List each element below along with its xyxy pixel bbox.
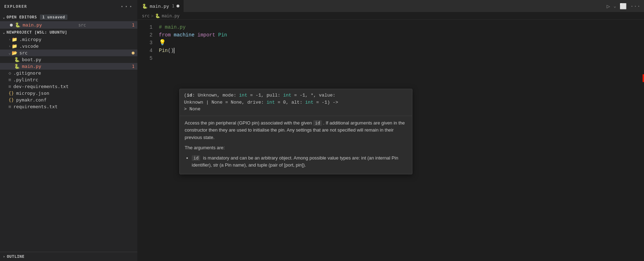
open-file-main-py[interactable]: 🐍 main.py src 1 bbox=[0, 21, 137, 29]
kw-import: import bbox=[197, 31, 215, 39]
sig-rest2: = 0, alt: bbox=[275, 100, 305, 105]
hover-popup: (id: Unknown, mode: int = -1, pull: int … bbox=[179, 89, 412, 174]
cursor bbox=[174, 48, 174, 53]
line-num-1: 1 bbox=[138, 23, 153, 31]
tree-item-micropy[interactable]: › 📁 .micropy bbox=[0, 36, 137, 43]
tree-item-boot-py[interactable]: 🐍 boot.py bbox=[0, 56, 137, 63]
tab-py-icon: 🐍 bbox=[142, 4, 148, 9]
open-editors-section[interactable]: ⌄ OPEN EDITORS 1 unsaved bbox=[0, 13, 137, 21]
ident-pin: Pin bbox=[218, 31, 227, 39]
explorer-menu-dots[interactable]: ··· bbox=[120, 3, 133, 10]
breadcrumb-sep: > bbox=[151, 13, 154, 18]
line-num-3: 3 bbox=[138, 39, 153, 47]
split-editor-icon[interactable]: ⬜ bbox=[620, 3, 627, 10]
code-line-3: 💡 bbox=[159, 39, 644, 47]
ident-machine: machine bbox=[174, 31, 195, 39]
sig-eq1: = -1, pull: bbox=[247, 93, 283, 98]
lightbulb-icon[interactable]: 💡 bbox=[159, 39, 166, 47]
hover-id-code: id bbox=[313, 120, 322, 126]
empty-line bbox=[159, 54, 162, 62]
sig-paren-open: ( bbox=[184, 93, 187, 98]
hover-docs: Access the pin peripheral (GPIO pin) ass… bbox=[180, 116, 412, 174]
sig-unknown: Unknown | None = None, drive: bbox=[184, 100, 267, 105]
tree-item-pymakr-conf[interactable]: {} pymakr.conf bbox=[0, 97, 137, 103]
tab-filename: main.py bbox=[150, 4, 169, 9]
folder-open-icon: 📂 bbox=[12, 50, 17, 56]
tab-bar: 🐍 main.py 1 ▷ ⌄ ⬜ ··· bbox=[138, 0, 644, 12]
project-section[interactable]: ⌄ NEWPROJECT [WSL: UBUNTU] bbox=[0, 29, 137, 36]
run-dropdown-icon[interactable]: ⌄ bbox=[614, 4, 616, 8]
folder-chevron-icon: › bbox=[8, 37, 11, 42]
sig-int1: int bbox=[239, 93, 247, 98]
run-icon[interactable]: ▷ bbox=[607, 3, 610, 10]
open-editors-label: OPEN EDITORS bbox=[7, 15, 37, 19]
more-actions-icon[interactable]: ··· bbox=[630, 3, 640, 10]
open-file-badge: 1 bbox=[132, 23, 135, 28]
py-file-icon: 🐍 bbox=[14, 57, 20, 62]
sig-rest1: = -1, *, value: bbox=[291, 93, 335, 98]
line-num-4: 4 bbox=[138, 47, 153, 54]
tree-item-micropy-json[interactable]: {} micropy.json bbox=[0, 90, 137, 97]
code-line-2: from machine import Pin bbox=[159, 31, 644, 39]
py-file-icon: 🐍 bbox=[15, 22, 20, 28]
file-name: .gitignore bbox=[13, 70, 41, 76]
modified-dot-icon bbox=[132, 52, 135, 54]
sidebar: EXPLORER ··· ⌄ OPEN EDITORS 1 unsaved 🐍 … bbox=[0, 0, 138, 261]
folder-icon: 📁 bbox=[12, 44, 17, 49]
hover-args-list: id is mandatory and can be an arbitrary … bbox=[192, 155, 407, 169]
open-editors-chevron: ⌄ bbox=[3, 15, 5, 19]
fn-paren-close: ) bbox=[171, 47, 174, 54]
file-badge: 1 bbox=[132, 64, 135, 69]
breadcrumb-src[interactable]: src bbox=[142, 13, 150, 18]
code-line-4: Pin() bbox=[159, 47, 644, 54]
editor-area: 🐍 main.py 1 ▷ ⌄ ⬜ ··· src > 🐍 main.py 1 … bbox=[138, 0, 644, 261]
file-name: .pylintrc bbox=[13, 77, 38, 82]
tab-main-py[interactable]: 🐍 main.py 1 bbox=[138, 0, 184, 12]
sig-id-param: id bbox=[187, 93, 192, 98]
fn-paren-open: ( bbox=[168, 47, 171, 54]
file-icon: ≡ bbox=[8, 84, 11, 89]
sig-rest3: = -1) -> bbox=[314, 100, 338, 105]
project-chevron: ⌄ bbox=[3, 30, 5, 34]
tree-item-src[interactable]: ⌄ 📂 src bbox=[0, 50, 137, 56]
hover-desc-p1: Access the pin peripheral (GPIO pin) ass… bbox=[185, 120, 407, 141]
kw-from: from bbox=[159, 31, 171, 39]
folder-chevron-icon: › bbox=[8, 44, 11, 48]
open-file-name: main.py bbox=[23, 22, 76, 28]
sig-int2: int bbox=[283, 93, 291, 98]
hover-args-header: The arguments are: bbox=[185, 144, 407, 152]
code-line-1: # main.py bbox=[159, 23, 644, 31]
file-name: pymakr.conf bbox=[16, 97, 47, 103]
outline-section[interactable]: › OUTLINE bbox=[0, 252, 137, 261]
explorer-header: EXPLORER ··· bbox=[0, 0, 137, 13]
breadcrumb-py-icon: 🐍 bbox=[155, 13, 160, 18]
folder-icon: 📁 bbox=[12, 37, 17, 42]
tree-item-dev-requirements[interactable]: ≡ dev-requirements.txt bbox=[0, 83, 137, 90]
error-indicator bbox=[643, 74, 644, 82]
folder-chevron-icon: ⌄ bbox=[8, 51, 11, 55]
code-line-5 bbox=[159, 54, 644, 62]
py-file-icon: 🐍 bbox=[14, 64, 20, 69]
file-name: requirements.txt bbox=[13, 104, 58, 109]
line-num-2: 2 bbox=[138, 31, 153, 39]
json-icon: {} bbox=[8, 91, 14, 96]
hover-signature: (id: Unknown, mode: int = -1, pull: int … bbox=[180, 89, 412, 116]
folder-name: src bbox=[19, 50, 28, 56]
code-content[interactable]: # main.py from machine import Pin 💡 Pin(… bbox=[155, 20, 644, 261]
tree-item-requirements[interactable]: ≡ requirements.txt bbox=[0, 103, 137, 110]
line-num-5: 5 bbox=[138, 54, 153, 62]
tree-item-main-py[interactable]: 🐍 main.py 1 bbox=[0, 63, 137, 70]
code-editor: 1 2 3 4 5 # main.py from machine import … bbox=[138, 20, 644, 261]
tab-actions: ▷ ⌄ ⬜ ··· bbox=[607, 3, 644, 10]
tree-item-pylintrc[interactable]: ≡ .pylintrc bbox=[0, 76, 137, 83]
file-icon: ≡ bbox=[8, 77, 11, 82]
explorer-title: EXPLORER bbox=[4, 4, 27, 9]
hover-arg-id: id is mandatory and can be an arbitrary … bbox=[192, 155, 407, 169]
breadcrumb-file: main.py bbox=[162, 13, 180, 18]
tab-badge: 1 bbox=[172, 4, 174, 8]
file-name: boot.py bbox=[22, 57, 41, 62]
json-icon: {} bbox=[8, 97, 14, 103]
tree-item-vscode[interactable]: › 📁 .vscode bbox=[0, 43, 137, 50]
tree-item-gitignore[interactable]: ◇ .gitignore bbox=[0, 70, 137, 76]
open-editors-badge: 1 unsaved bbox=[40, 14, 68, 20]
